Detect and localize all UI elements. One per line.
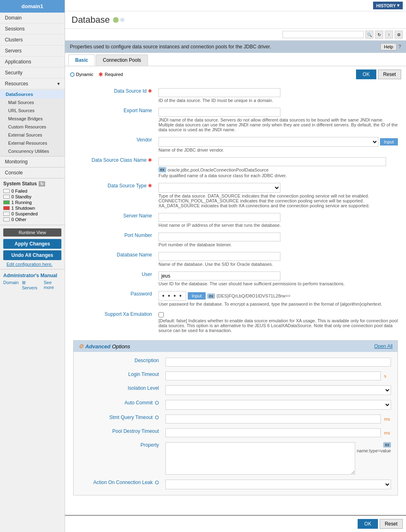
status-standby: 0 Standby: [3, 194, 61, 200]
top-bar: HISTORY ▾: [65, 0, 406, 11]
sidebar-item-mail-sources[interactable]: Mail Sources: [0, 98, 65, 106]
sidebar-item-external-resources[interactable]: External Resources: [0, 139, 65, 147]
ok-button[interactable]: OK: [356, 69, 376, 79]
sidebar-controls: Runtime View Apply Changes Undo All Chan…: [0, 225, 65, 269]
data-source-id-desc: ID of the data source. The ID must be un…: [158, 98, 398, 103]
server-name-label: Server Name: [70, 211, 155, 230]
admin-manual-links: Domain ⊞ Servers See more: [3, 280, 61, 290]
status-indicator-standby: [3, 195, 10, 199]
edit-config-link[interactable]: Edit configuration here.: [3, 261, 61, 267]
settings-icon[interactable]: ⚙: [395, 30, 403, 39]
dot-green: [113, 17, 119, 23]
description-label: Description: [77, 355, 162, 369]
upload-icon[interactable]: ↑: [385, 30, 393, 39]
database-name-input[interactable]: [158, 252, 280, 261]
admin-manual-servers-link[interactable]: ⊞ Servers: [22, 280, 41, 290]
sidebar-item-clusters[interactable]: Clusters: [0, 35, 65, 46]
support-xa-checkbox[interactable]: [158, 312, 164, 317]
vendor-select[interactable]: [158, 137, 378, 147]
domain-title[interactable]: domain1: [0, 0, 65, 13]
help-button[interactable]: Help: [380, 43, 397, 50]
tabs: Basic Connection Pools: [65, 54, 406, 66]
sidebar-item-sessions[interactable]: Sessions: [0, 24, 65, 35]
description-cell: [162, 355, 394, 369]
stmt-query-timeout-input[interactable]: [165, 415, 381, 423]
sidebar-item-external-sources[interactable]: External Sources: [0, 131, 65, 139]
isolation-level-select[interactable]: [165, 385, 391, 395]
user-input[interactable]: [158, 271, 280, 280]
password-cell: • • • • Input ex {DES}FQrLbQ/D8O1IDVS71L…: [155, 289, 401, 309]
action-on-connection-leak-select[interactable]: [165, 480, 391, 489]
sidebar-item-custom-resources[interactable]: Custom Resources: [0, 123, 65, 131]
auto-commit-select[interactable]: [165, 400, 391, 410]
pool-destroy-timeout-row: Pool Destroy Timeout ms: [77, 426, 394, 440]
login-timeout-input[interactable]: [165, 371, 381, 380]
admin-manual-see-more-link[interactable]: See more: [43, 280, 61, 290]
database-name-row: Database Name Name of the database. Use …: [70, 250, 401, 269]
password-input-row: • • • • Input ex {DES}FQrLbQ/D8O1IDVS71L…: [158, 291, 398, 301]
bottom-ok-button[interactable]: OK: [358, 519, 378, 529]
support-xa-row: Support Xa Emulation [Default: false] In…: [70, 309, 401, 335]
port-number-label: Port Number: [70, 230, 155, 250]
refresh-icon[interactable]: ↻: [375, 30, 383, 39]
vendor-input-row: Input: [158, 137, 398, 147]
database-name-cell: Name of the database. Use the SID for Or…: [155, 250, 401, 269]
data-source-class-name-input[interactable]: [158, 157, 386, 166]
history-button[interactable]: HISTORY ▾: [373, 2, 403, 9]
port-number-row: Port Number Port number of the database …: [70, 230, 401, 250]
data-source-class-name-row: Data Source Class Name ✱ ex oracle,jdbc,…: [70, 155, 401, 180]
status-indicator-shutdown: [3, 206, 10, 210]
sidebar-item-security[interactable]: Security: [0, 67, 65, 78]
database-name-desc: Name of the database. Use the SID for Or…: [158, 262, 398, 267]
server-name-input[interactable]: [158, 213, 280, 222]
search-icon[interactable]: 🔍: [365, 30, 373, 39]
login-timeout-row: Login Timeout s: [77, 369, 394, 383]
system-status-icon[interactable]: ↻: [39, 181, 45, 187]
tab-basic[interactable]: Basic: [68, 54, 95, 66]
data-source-class-name-cell: ex oracle,jdbc,pool,OracleConnectionPool…: [155, 155, 401, 180]
stmt-query-timeout-cell: ms: [162, 412, 394, 426]
sidebar-item-console[interactable]: Console: [0, 167, 65, 178]
data-source-id-input[interactable]: [158, 88, 280, 97]
sidebar-item-message-bridges[interactable]: Message Bridges: [0, 115, 65, 123]
advanced-title-text: Advanced: [85, 343, 111, 350]
undo-changes-button[interactable]: Undo All Changes: [3, 250, 61, 260]
vendor-label: Vendor: [70, 135, 155, 155]
data-source-type-select[interactable]: [158, 183, 280, 193]
sidebar-item-concurrency-utilities[interactable]: Concurrency Utilities: [0, 147, 65, 155]
admin-manual-domain-link[interactable]: Domain: [3, 280, 19, 290]
export-name-input[interactable]: [158, 108, 280, 117]
sidebar-item-servers[interactable]: Servers: [0, 46, 65, 56]
system-status-panel: System Status ↻ 0 Failed 0 Standby 1 Run…: [0, 178, 65, 225]
search-input[interactable]: [282, 31, 364, 38]
apply-changes-button[interactable]: Apply Changes: [3, 239, 61, 249]
sidebar-item-applications[interactable]: Applications: [0, 56, 65, 67]
vendor-desc: Name of the JDBC driver vendor.: [158, 148, 398, 152]
reset-button[interactable]: Reset: [378, 69, 401, 79]
description-input[interactable]: [165, 358, 391, 367]
data-source-type-cell: Type of the data source. DATA_SOURCE ind…: [155, 180, 401, 211]
data-source-id-row: Data Source Id ✱ ID of the data source. …: [70, 86, 401, 105]
bottom-reset-button[interactable]: Reset: [380, 519, 403, 529]
info-text: Properties used to configure data source…: [70, 44, 271, 50]
vendor-input-button[interactable]: Input: [380, 138, 398, 145]
status-indicator-running: [3, 200, 10, 204]
sidebar-item-datasources[interactable]: DataSources: [0, 90, 65, 98]
password-input-button[interactable]: Input: [188, 292, 206, 300]
password-example: {DES}FQrLbQ/D8O1IDVS71L28rw==: [217, 293, 291, 298]
sidebar-item-domain[interactable]: Domain: [0, 13, 65, 24]
runtime-view-button[interactable]: Runtime View: [3, 228, 61, 237]
sidebar-item-url-sources[interactable]: URL Sources: [0, 106, 65, 115]
property-textarea[interactable]: [165, 442, 355, 475]
sidebar-item-monitoring[interactable]: Monitoring: [0, 156, 65, 167]
user-cell: User ID for the database. The user shoul…: [155, 269, 401, 289]
tab-connection-pools[interactable]: Connection Pools: [96, 54, 148, 66]
sidebar-item-resources[interactable]: Resources ▾: [0, 78, 65, 89]
stmt-query-timeout-row: Stmt Query Timeout ⬡ ms: [77, 412, 394, 426]
port-number-input[interactable]: [158, 232, 280, 241]
property-example-tag: ex: [383, 442, 391, 447]
database-name-label: Database Name: [70, 250, 155, 269]
open-all-link[interactable]: Open All: [374, 343, 393, 349]
advanced-section: ⚙ Advanced Options Open All Description: [73, 340, 398, 495]
pool-destroy-timeout-input[interactable]: [165, 428, 381, 437]
